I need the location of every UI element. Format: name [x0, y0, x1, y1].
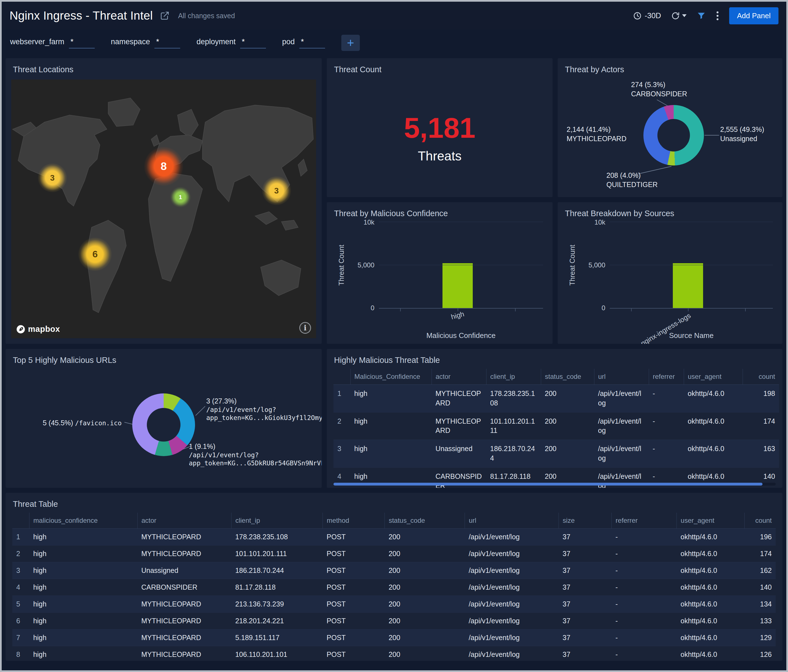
cell-url: /api/v1/event/log — [465, 629, 559, 646]
cell-malicious_confidence: high — [29, 579, 138, 596]
cell-status_code: 200 — [385, 529, 465, 545]
column-header-referrer[interactable]: referrer — [612, 513, 677, 529]
cell-status_code: 200 — [385, 579, 465, 596]
column-header-client_ip[interactable]: client_ip — [486, 369, 541, 385]
panel-threat-by-confidence: Threat by Malicious Confidence Threat Co… — [327, 202, 553, 344]
dashboard-grid: Threat Locations — [2, 58, 786, 665]
share-icon[interactable] — [160, 11, 170, 21]
column-header-size[interactable]: size — [559, 513, 612, 529]
highly-malicious-table: Malicious_Confidenceactorclient_ipstatus… — [334, 369, 779, 488]
panel-title: Threat by Actors — [558, 58, 782, 76]
sources-bar[interactable] — [673, 263, 703, 308]
panel-threat-count: Threat Count 5,181 Threats — [327, 58, 553, 197]
threat-table: malicious_confidenceactorclient_ipmethod… — [12, 513, 776, 661]
table-row[interactable]: 4highCARBONSPIDER81.17.28.118POST200/api… — [12, 579, 776, 596]
cell-referrer: - — [612, 613, 677, 629]
column-header-user_agent[interactable]: user_agent — [677, 513, 745, 529]
filter-value-input[interactable]: * — [69, 38, 95, 48]
y-axis-label: Threat Count — [337, 245, 346, 285]
map-cluster-marker[interactable]: 8 — [144, 147, 183, 186]
table-row[interactable]: 6highMYTHICLEOPARD218.201.24.221POST200/… — [12, 613, 776, 629]
filter-value-input[interactable]: * — [299, 38, 325, 48]
cell-count: 133 — [745, 613, 776, 629]
cell-malicious_confidence: high — [29, 562, 138, 579]
table-row[interactable]: 1highMYTHICLEOPARD178.238.235.108200/api… — [334, 385, 779, 412]
column-header-user_agent[interactable]: user_agent — [684, 369, 743, 385]
table-row[interactable]: 2highMYTHICLEOPARD101.101.201.111200/api… — [334, 412, 779, 440]
horizontal-scrollbar[interactable] — [334, 483, 776, 485]
scrollbar-thumb[interactable] — [334, 483, 763, 485]
cell-actor: Unassigned — [137, 562, 231, 579]
column-header-actor[interactable]: actor — [137, 513, 231, 529]
cell-status_code: 200 — [385, 596, 465, 613]
actors-donut-chart[interactable] — [643, 105, 704, 165]
cell-method: POST — [323, 629, 385, 646]
row-number: 4 — [12, 579, 29, 596]
table-row[interactable]: 3highUnassigned186.218.70.244POST200/api… — [12, 562, 776, 579]
cell-malicious_confidence: high — [29, 629, 138, 646]
mapbox-logo[interactable]: mapbox — [16, 325, 60, 334]
table-row[interactable]: 7highMYTHICLEOPARD5.189.151.117POST200/a… — [12, 629, 776, 646]
add-panel-button[interactable]: Add Panel — [729, 7, 778, 24]
threat-count-label: Threats — [418, 148, 462, 163]
filter-icon[interactable] — [697, 11, 706, 21]
cell-referrer: - — [649, 412, 684, 440]
map-cluster-marker[interactable]: 1 — [170, 187, 191, 208]
cell-status_code: 200 — [385, 613, 465, 629]
column-header-Malicious_Confidence[interactable]: Malicious_Confidence — [350, 369, 432, 385]
info-icon[interactable]: i — [299, 322, 311, 334]
column-header-malicious_confidence[interactable]: malicious_confidence — [29, 513, 138, 529]
filter-value-input[interactable]: * — [240, 38, 266, 48]
cell-user_agent: okhttp/4.6.0 — [677, 529, 745, 545]
confidence-bar[interactable] — [442, 263, 473, 308]
column-header-url[interactable]: url — [465, 513, 559, 529]
panel-title: Top 5 Highly Malicious URLs — [6, 349, 322, 366]
row-number: 1 — [334, 385, 350, 412]
table-row[interactable]: 8highMYTHICLEOPARD106.110.201.101POST200… — [12, 646, 776, 661]
table-row[interactable]: 3highUnassigned186.218.70.244200/api/v1/… — [334, 440, 779, 468]
header-bar: Nginx Ingress - Threat Intel All changes… — [2, 2, 786, 30]
urls-donut-chart[interactable] — [132, 393, 195, 456]
time-range-button[interactable]: -30D — [633, 11, 661, 20]
column-header-url[interactable]: url — [594, 369, 649, 385]
column-header-count[interactable]: count — [743, 369, 779, 385]
column-header-actor[interactable]: actor — [432, 369, 486, 385]
cell-status_code: 200 — [541, 385, 594, 412]
table-row[interactable]: 1highMYTHICLEOPARD178.238.235.108POST200… — [12, 529, 776, 545]
table-row[interactable]: 2highMYTHICLEOPARD101.101.201.111POST200… — [12, 545, 776, 562]
map-cluster-marker[interactable]: 3 — [262, 176, 291, 205]
table-row[interactable]: 5highMYTHICLEOPARD213.136.73.239POST200/… — [12, 596, 776, 613]
cell-actor: MYTHICLEOPARD — [137, 529, 231, 545]
cell-actor: MYTHICLEOPARD — [137, 629, 231, 646]
cell-count: 198 — [743, 385, 779, 412]
column-header-client_ip[interactable]: client_ip — [231, 513, 323, 529]
map-cluster-marker[interactable]: 3 — [38, 163, 67, 192]
world-map[interactable]: 38136 mapbox i — [11, 79, 316, 338]
column-header-method[interactable]: method — [323, 513, 385, 529]
x-tick-label: high — [450, 310, 465, 321]
column-header-status_code[interactable]: status_code — [541, 369, 594, 385]
column-header-status_code[interactable]: status_code — [385, 513, 465, 529]
cell-malicious_confidence: high — [29, 646, 138, 661]
row-number: 7 — [12, 629, 29, 646]
cell-user_agent: okhttp/4.6.0 — [684, 385, 743, 412]
kebab-menu-icon[interactable] — [716, 11, 719, 21]
filter-value-input[interactable]: * — [154, 38, 180, 48]
column-header-referrer[interactable]: referrer — [649, 369, 684, 385]
add-filter-button[interactable]: + — [341, 35, 360, 51]
cell-actor: MYTHICLEOPARD — [432, 385, 486, 412]
cell-client_ip: 101.101.201.111 — [231, 545, 323, 562]
map-cluster-marker[interactable]: 6 — [78, 238, 112, 271]
y-axis-label: Threat Count — [568, 245, 577, 285]
sources-bar-chart: Threat Count 10k 5,000 0 nginx-ingress-l… — [566, 222, 773, 340]
column-header-count[interactable]: count — [745, 513, 776, 529]
row-number: 8 — [12, 646, 29, 661]
panel-title: Threat by Malicious Confidence — [327, 202, 553, 220]
refresh-button[interactable] — [671, 11, 686, 20]
x-axis-label: Source Name — [610, 331, 773, 340]
cell-method: POST — [323, 596, 385, 613]
row-number: 2 — [334, 412, 350, 440]
cell-client_ip: 186.218.70.244 — [486, 440, 541, 468]
cell-user_agent: okhttp/4.6.0 — [677, 545, 745, 562]
cell-url: /api/v1/event/log — [465, 596, 559, 613]
